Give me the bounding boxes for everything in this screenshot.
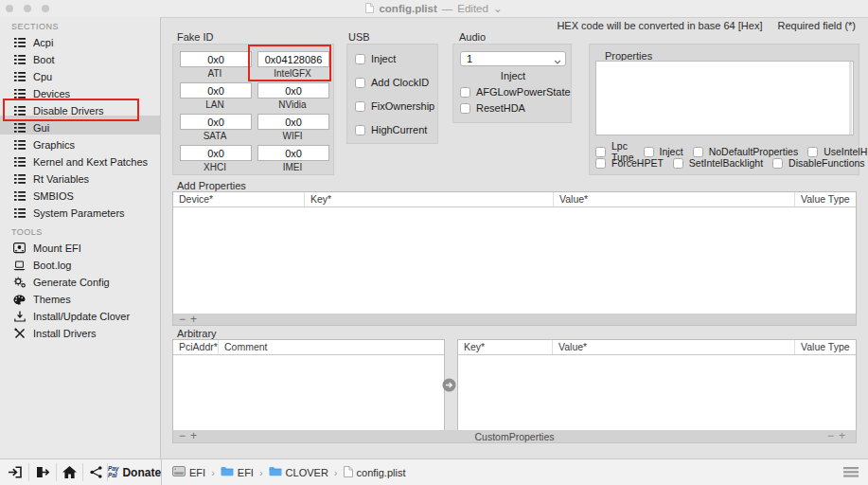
checkbox-icon (644, 147, 654, 157)
add-properties-table-body[interactable] (173, 207, 856, 314)
select-value: 1 (467, 53, 472, 64)
column-header-value[interactable]: Value* (553, 340, 795, 354)
chevron-down-icon (554, 55, 561, 66)
scrollbar-track[interactable] (849, 62, 852, 135)
fakeid-sata-input[interactable] (180, 114, 252, 130)
column-header-value-type[interactable]: Value Type (795, 340, 856, 354)
export-button[interactable] (31, 459, 54, 485)
arbitrary-title: Arbitrary (177, 328, 217, 339)
sidebar-item-label: System Parameters (33, 207, 125, 219)
sidebar-item-boot[interactable]: Boot (0, 51, 160, 68)
sidebar-divider (161, 459, 162, 485)
add-row-button[interactable]: + (839, 431, 850, 441)
usb-fixownership-checkbox[interactable]: FixOwnership (355, 100, 437, 112)
remove-row-button[interactable]: − (179, 314, 190, 325)
sidebar-item-label: Boot (33, 54, 55, 65)
column-header-key[interactable]: Key* (305, 192, 554, 207)
breadcrumb-item-config-plist[interactable]: config.plist (344, 466, 406, 479)
document-title: config.plist (379, 3, 436, 14)
fakeid-xhci-input[interactable] (180, 145, 252, 161)
arbitrary-footer: − + CustomProperties − + (172, 430, 857, 443)
title-separator: — (442, 3, 453, 14)
sidebar-item-graphics[interactable]: Graphics (0, 136, 160, 153)
breadcrumb-item-clover-folder[interactable]: CLOVER (269, 466, 328, 478)
paypal-donate-button[interactable]: PayPal Donate (110, 459, 159, 485)
sidebar-item-smbios[interactable]: SMBIOS (0, 188, 160, 205)
fakeid-cell-xhci: XHCI (180, 145, 250, 172)
usb-add-clockid-checkbox[interactable]: Add ClockID (355, 77, 437, 88)
sidebar-tool-mount-efi[interactable]: Mount EFI (0, 240, 160, 257)
annotation-intelgfx-highlight (248, 45, 331, 81)
add-properties-table[interactable]: Device* Key* Value* Value Type (172, 191, 857, 314)
checkbox-icon (460, 103, 470, 114)
arbitrary-left-table[interactable]: PciAddr* Comment (172, 339, 445, 430)
sidebar-item-rt-variables[interactable]: Rt Variables (0, 171, 160, 188)
fakeid-lan-input[interactable] (180, 82, 252, 99)
checkbox-label: AFGLowPowerState (476, 86, 571, 98)
properties-forcehpet-checkbox[interactable]: ForceHPET (595, 157, 664, 169)
breadcrumb-label: EFI (238, 467, 254, 478)
arbitrary-right-table-body[interactable] (458, 355, 856, 430)
breadcrumb-item-efi-folder[interactable]: EFI (221, 466, 254, 478)
arbitrary-right-table[interactable]: Key* Value* Value Type (457, 339, 857, 430)
usb-panel: Inject Add ClockID FixOwnership HighCurr… (346, 44, 438, 144)
audio-inject-select[interactable]: 1 (460, 51, 566, 66)
sidebar-item-kernel-kext-patches[interactable]: Kernel and Kext Patches (0, 153, 160, 171)
chevron-down-icon[interactable]: ⌄ (493, 2, 503, 15)
arrow-right-circle-icon[interactable] (442, 378, 456, 392)
usb-inject-checkbox[interactable]: Inject (355, 53, 437, 64)
add-row-button[interactable]: + (190, 314, 202, 325)
sidebar-item-label: Rt Variables (33, 173, 89, 185)
hamburger-icon (843, 467, 859, 477)
properties-disablefunctions-checkbox[interactable]: DisableFunctions (772, 157, 865, 169)
remove-row-button[interactable]: − (827, 431, 839, 441)
arbitrary-left-table-body[interactable] (173, 355, 444, 430)
fakeid-wifi-input[interactable] (257, 114, 329, 130)
sidebar-tool-themes[interactable]: Themes (0, 291, 160, 308)
column-header-comment[interactable]: Comment (219, 340, 444, 354)
sidebar-tool-install-drivers[interactable]: Install Drivers (0, 325, 160, 342)
share-button[interactable] (84, 459, 107, 485)
usb-highcurrent-checkbox[interactable]: HighCurrent (355, 124, 437, 135)
home-button[interactable] (58, 459, 80, 485)
column-header-value[interactable]: Value* (554, 192, 795, 207)
sign-in-button[interactable] (4, 459, 27, 485)
checkbox-icon (595, 147, 606, 157)
sidebar-item-gui[interactable]: Gui (0, 119, 160, 136)
sidebar-tool-bootlog[interactable]: Boot.log (0, 257, 160, 274)
sidebar-tool-label: Install Drivers (33, 328, 97, 339)
download-icon (13, 311, 26, 322)
column-header-device[interactable]: Device* (173, 192, 305, 207)
properties-setintelbacklight-checkbox[interactable]: SetIntelBacklight (673, 157, 763, 169)
checkbox-label: Inject (371, 53, 396, 64)
checkbox-label: HighCurrent (371, 124, 427, 135)
breadcrumb-separator: › (211, 467, 215, 478)
audio-resethda-checkbox[interactable]: ResetHDA (460, 102, 525, 114)
sidebar-item-system-parameters[interactable]: System Parameters (0, 205, 160, 222)
column-header-key[interactable]: Key* (458, 340, 553, 354)
column-header-value-type[interactable]: Value Type (795, 192, 856, 207)
clover-configurator-window: config.plist — Edited ⌄ SECTIONS Acpi Bo… (0, 0, 868, 485)
list-icon (13, 174, 26, 184)
breadcrumb-label: config.plist (357, 467, 406, 478)
sidebar-item-acpi[interactable]: Acpi (0, 34, 160, 51)
fakeid-xhci-label: XHCI (180, 162, 250, 172)
fakeid-imei-label: IMEI (257, 162, 328, 172)
list-icon (13, 89, 26, 99)
sidebar-item-label: SMBIOS (33, 190, 74, 202)
checkbox-label: NoDefaultProperties (709, 146, 799, 157)
column-header-pciaddr[interactable]: PciAddr* (173, 340, 219, 354)
hamburger-menu-button[interactable] (843, 467, 859, 479)
fakeid-imei-input[interactable] (257, 145, 329, 161)
fakeid-ati-input[interactable] (180, 51, 252, 67)
checkbox-label: UseIntelHDMI (824, 146, 868, 157)
sidebar-item-cpu[interactable]: Cpu (0, 68, 160, 85)
sidebar-item-label: Acpi (33, 37, 53, 48)
sidebar-tool-install-update-clover[interactable]: Install/Update Clover (0, 308, 160, 325)
fakeid-nvidia-input[interactable] (257, 82, 329, 99)
edited-status[interactable]: Edited (457, 3, 488, 14)
properties-textarea[interactable] (595, 61, 854, 135)
sidebar-tool-generate-config[interactable]: Generate Config (0, 274, 160, 291)
breadcrumb-item-efi-disk[interactable]: EFI (172, 466, 205, 478)
audio-afglowpowerstate-checkbox[interactable]: AFGLowPowerState (460, 86, 571, 98)
